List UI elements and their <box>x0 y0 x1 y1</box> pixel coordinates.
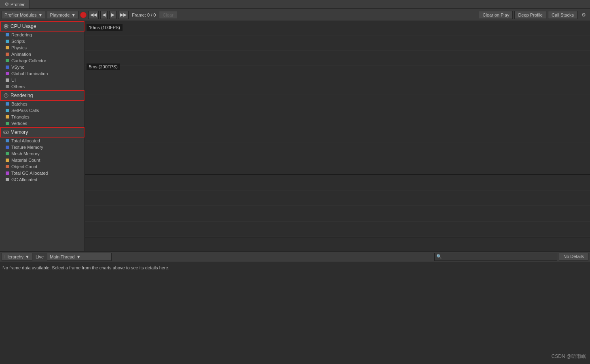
grid-line <box>85 190 590 206</box>
cpu-animation-item: Animation <box>0 51 85 57</box>
hierarchy-dropdown[interactable]: Hierarchy ▼ <box>2 253 32 261</box>
rendering-items: Batches SetPass Calls Triangles Vertices <box>0 101 85 127</box>
ui-label: UI <box>11 78 16 83</box>
search-icon: 🔍 <box>436 254 442 259</box>
call-stacks-button[interactable]: Call Stacks <box>548 11 577 19</box>
mesh-mem-color <box>6 152 9 155</box>
object-count-label: Object Count <box>11 164 37 169</box>
gi-color <box>6 72 9 75</box>
batches-item: Batches <box>0 101 85 107</box>
grid-line <box>85 95 590 110</box>
cpu-physics-item: Physics <box>0 44 85 51</box>
profiler-tab-icon: ⚙ <box>5 2 9 7</box>
memory-module-header[interactable]: Memory <box>0 127 85 138</box>
svg-point-11 <box>6 94 6 95</box>
rendering-label: Rendering <box>11 32 32 37</box>
material-count-label: Material Count <box>11 158 40 163</box>
cpu-gc-item: GarbageCollector <box>0 57 85 64</box>
gi-label: Global Illumination <box>11 71 48 76</box>
ui-color <box>6 78 9 82</box>
cpu-module-header[interactable]: CPU Usage <box>0 21 85 32</box>
no-details-button[interactable]: No Details <box>559 253 588 261</box>
grid-line <box>85 175 590 190</box>
gc-label: GarbageCollector <box>11 58 46 63</box>
batches-color <box>6 102 9 106</box>
rendering-chart-grid <box>85 110 590 174</box>
bottom-toolbar: Hierarchy ▼ Live Main Thread ▼ 🔍 No Deta… <box>0 252 590 262</box>
next-frame-button[interactable]: ▶ <box>109 11 116 19</box>
grid-line <box>85 206 590 222</box>
sidebar: CPU Usage Rendering Scripts Physics Ani <box>0 21 85 251</box>
others-label: Others <box>11 84 25 89</box>
clear-button[interactable]: Clear <box>159 11 177 19</box>
cpu-others-item: Others <box>0 83 85 90</box>
deep-profile-button[interactable]: Deep Profile <box>514 11 546 19</box>
next-frame-end-button[interactable]: ▶▶ <box>118 11 129 19</box>
hierarchy-chevron-icon: ▼ <box>25 254 30 259</box>
mesh-memory-label: Mesh Memory <box>11 151 40 156</box>
memory-icon <box>3 129 9 135</box>
cpu-chart[interactable]: 10ms (100FPS) 5ms (200FPS) <box>85 21 590 110</box>
cpu-items: Rendering Scripts Physics Animation Garb… <box>0 32 85 90</box>
cpu-rendering-item: Rendering <box>0 32 85 38</box>
gc-color <box>6 59 9 62</box>
physics-label: Physics <box>11 45 27 50</box>
watermark: CSDN @听雨眠 <box>551 353 586 360</box>
vsync-color <box>6 66 9 69</box>
svg-rect-14 <box>6 132 7 133</box>
total-allocated-item: Total Allocated <box>0 138 85 144</box>
profiler-tab[interactable]: ⚙ Profiler <box>0 0 30 8</box>
thread-dropdown[interactable]: Main Thread ▼ <box>47 253 112 261</box>
vertices-label: Vertices <box>11 121 27 126</box>
settings-icon[interactable]: ⚙ <box>579 12 588 18</box>
search-input[interactable] <box>442 253 555 261</box>
texture-memory-label: Texture Memory <box>11 145 43 150</box>
live-label: Live <box>34 254 45 259</box>
grid-line <box>85 222 590 237</box>
material-color <box>6 159 9 162</box>
grid-line <box>85 66 590 80</box>
cpu-gi-item: Global Illumination <box>0 70 85 77</box>
charts-container: 10ms (100FPS) 5ms (200FPS) <box>85 21 590 251</box>
thread-label: Main Thread <box>50 254 75 259</box>
animation-label: Animation <box>11 52 31 57</box>
scripts-color <box>6 40 9 43</box>
prev-frame-start-button[interactable]: ◀◀ <box>88 11 99 19</box>
rendering-chart[interactable] <box>85 110 590 175</box>
cpu-ui-item: UI <box>0 77 85 83</box>
memory-module-label: Memory <box>11 129 28 135</box>
rendering-color <box>6 33 9 36</box>
hierarchy-label: Hierarchy <box>4 254 23 259</box>
playmode-dropdown[interactable]: Playmode ▼ <box>47 11 78 19</box>
texture-memory-item: Texture Memory <box>0 144 85 150</box>
vertices-item: Vertices <box>0 120 85 127</box>
main-toolbar: Profiler Modules ▼ Playmode ▼ ◀◀ ◀ ▶ ▶▶ … <box>0 9 590 21</box>
scripts-label: Scripts <box>11 39 25 44</box>
cpu-module-section: CPU Usage Rendering Scripts Physics Ani <box>0 21 85 90</box>
grid-line <box>85 158 590 174</box>
memory-module-section: Memory Total Allocated Texture Memory Me… <box>0 127 85 183</box>
record-button[interactable] <box>80 12 87 18</box>
profiler-modules-label: Profiler Modules <box>4 13 36 17</box>
object-color <box>6 165 9 168</box>
gc-allocated-item: GC Allocated <box>0 176 85 183</box>
grid-line <box>85 51 590 66</box>
grid-line <box>85 36 590 51</box>
material-count-item: Material Count <box>0 157 85 163</box>
thread-chevron-icon: ▼ <box>76 254 81 259</box>
profiler-modules-dropdown[interactable]: Profiler Modules ▼ <box>2 11 45 19</box>
main-area: CPU Usage Rendering Scripts Physics Ani <box>0 21 590 251</box>
total-gc-color <box>6 171 9 175</box>
tab-bar: ⚙ Profiler <box>0 0 590 9</box>
total-allocated-label: Total Allocated <box>11 138 40 143</box>
memory-chart[interactable] <box>85 175 590 237</box>
rendering-module-header[interactable]: Rendering <box>0 90 85 101</box>
total-alloc-color <box>6 139 9 142</box>
frame-counter: Frame: 0 / 0 <box>130 13 157 17</box>
rendering-module-label: Rendering <box>11 93 33 98</box>
rendering-icon <box>3 93 9 98</box>
physics-color <box>6 46 9 49</box>
prev-frame-button[interactable]: ◀ <box>100 11 108 19</box>
batches-label: Batches <box>11 102 27 106</box>
clear-on-play-button[interactable]: Clear on Play <box>479 11 513 19</box>
